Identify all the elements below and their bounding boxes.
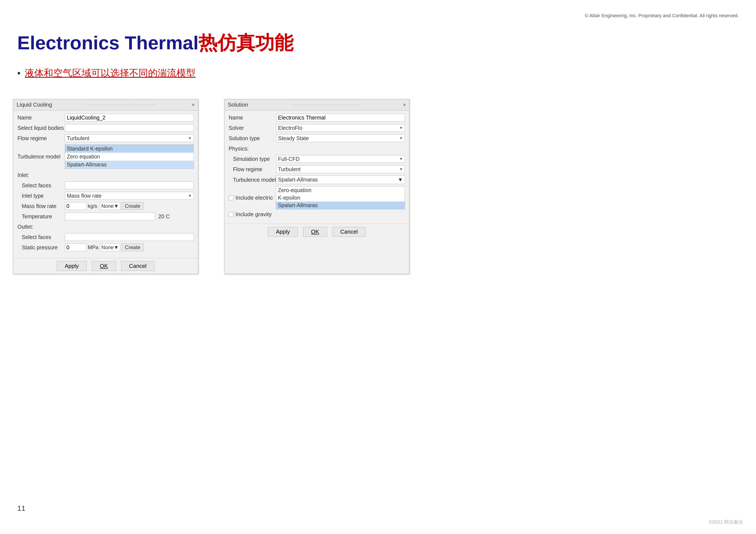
- liquid-cooling-titlebar: Liquid Cooling ·························…: [13, 99, 198, 111]
- turbulence-right-spalart[interactable]: Spalart-Allmaras: [276, 202, 405, 209]
- dialog-container: Liquid Cooling ·························…: [13, 99, 410, 274]
- solution-dots: ········································…: [248, 103, 403, 107]
- solution-ok-btn[interactable]: OK: [303, 227, 327, 237]
- turbulence-option-spalart[interactable]: Spalart-Allmaras: [65, 161, 194, 168]
- outlet-faces-container: [65, 233, 194, 241]
- liquid-cooling-dialog: Liquid Cooling ·························…: [13, 99, 198, 274]
- static-pressure-input[interactable]: [65, 243, 86, 251]
- solution-close[interactable]: ×: [403, 102, 406, 108]
- bottom-logo: ©2021 阿尔泰尔: [709, 519, 743, 525]
- title-chinese: 热仿真功能: [199, 32, 293, 53]
- mass-flow-label: Mass flow rate: [17, 203, 65, 209]
- sol-name-input[interactable]: [276, 114, 405, 121]
- simulation-type-dropdown[interactable]: Full-CFD ▼: [276, 155, 405, 163]
- liquid-cooling-close[interactable]: ×: [192, 102, 195, 108]
- static-pressure-create-btn[interactable]: Create: [122, 243, 144, 251]
- simulation-type-label: Simulation type: [229, 156, 276, 162]
- solver-select: ElectroFlo ▼: [276, 124, 405, 132]
- turbulence-select: Standard K-epsilon Zero equation Spalart…: [65, 144, 194, 169]
- outlet-label: Outlet:: [17, 224, 65, 230]
- include-gravity-checkbox[interactable]: [229, 212, 233, 217]
- sol-flow-regime-chevron: ▼: [399, 167, 403, 172]
- sol-name-row: Name: [229, 114, 405, 122]
- simulation-type-value: Full-CFD: [278, 156, 300, 162]
- inlet-type-dropdown[interactable]: Mass flow rate ▼: [65, 192, 194, 200]
- flow-regime-value: Turbulent: [67, 135, 90, 141]
- solver-value: ElectroFlo: [278, 125, 302, 131]
- sol-turbulence-current: Spalart-Allmaras: [278, 177, 318, 183]
- temperature-value: 20 C: [158, 214, 170, 219]
- select-bodies-value: [65, 124, 194, 132]
- outlet-label-row: Outlet:: [17, 223, 194, 231]
- liquid-cooling-apply-btn[interactable]: Apply: [57, 261, 87, 271]
- turbulence-dropdown-open[interactable]: Standard K-epsilon Zero equation Spalart…: [65, 144, 194, 169]
- physics-label-row: Physics:: [229, 144, 405, 153]
- bullet-section: • 液体和空气区域可以选择不同的湍流模型: [17, 67, 196, 79]
- solution-cancel-btn[interactable]: Cancel: [332, 227, 366, 237]
- solver-dropdown[interactable]: ElectroFlo ▼: [276, 124, 405, 132]
- sol-flow-regime-dropdown[interactable]: Turbulent ▼: [276, 165, 405, 173]
- name-input[interactable]: [65, 114, 194, 121]
- mass-flow-unit: kg/s: [88, 203, 98, 209]
- liquid-cooling-ok-btn[interactable]: OK: [92, 261, 116, 271]
- solution-dialog: Solution ·······························…: [224, 99, 410, 274]
- simulation-type-row: Simulation type Full-CFD ▼: [229, 155, 405, 163]
- temperature-input[interactable]: [65, 213, 155, 220]
- outlet-faces-label: Select faces: [17, 234, 65, 240]
- sol-name-value-container: [276, 114, 405, 121]
- mass-flow-none-value: None: [101, 203, 114, 209]
- inlet-type-select: Mass flow rate ▼: [65, 192, 194, 200]
- inlet-faces-input[interactable]: [65, 182, 194, 189]
- mass-flow-controls: kg/s None ▼ Create: [65, 202, 194, 210]
- liquid-cooling-title: Liquid Cooling: [16, 101, 52, 108]
- turbulence-option-standard[interactable]: Standard K-epsilon: [65, 145, 194, 153]
- inlet-faces-label: Select faces: [17, 182, 65, 189]
- static-pressure-unit: MPa: [88, 244, 98, 250]
- solution-type-value: Steady State: [278, 135, 309, 141]
- flow-regime-dropdown[interactable]: Turbulent ▼: [65, 134, 194, 142]
- inlet-faces-input-container: [65, 182, 194, 189]
- turbulence-right-kepsilon[interactable]: K-epsilon: [276, 194, 405, 202]
- static-pressure-label: Static pressure: [17, 244, 65, 251]
- copyright-text: © Altair Engineering, Inc. Proprietary a…: [585, 13, 739, 18]
- outlet-faces-input[interactable]: [65, 233, 194, 241]
- select-bodies-input[interactable]: [65, 124, 194, 132]
- select-bodies-row: Select liquid bodies: [17, 124, 194, 132]
- turbulence-right-zero[interactable]: Zero-equation: [276, 187, 405, 194]
- include-electric-checkbox[interactable]: [229, 195, 233, 200]
- select-bodies-label: Select liquid bodies: [17, 125, 65, 131]
- static-pressure-none-select[interactable]: None ▼: [100, 243, 120, 251]
- solution-body: Name Solver ElectroFlo ▼ Solution type: [224, 111, 409, 222]
- bullet-text: 液体和空气区域可以选择不同的湍流模型: [25, 67, 196, 79]
- solution-type-chevron: ▼: [399, 136, 403, 140]
- solution-type-label: Solution type: [229, 135, 276, 141]
- liquid-cooling-cancel-btn[interactable]: Cancel: [121, 261, 154, 271]
- temperature-row: Temperature 20 C: [17, 212, 194, 220]
- liquid-cooling-body: Name Select liquid bodies Flow regime Tu…: [13, 111, 198, 257]
- flow-regime-chevron: ▼: [188, 136, 192, 140]
- physics-label: Physics:: [229, 145, 276, 152]
- static-pressure-controls: MPa None ▼ Create: [65, 243, 194, 251]
- solution-title: Solution: [228, 101, 248, 108]
- mass-flow-create-btn[interactable]: Create: [122, 202, 144, 210]
- solution-type-dropdown[interactable]: Steady State ▼: [276, 134, 405, 142]
- turbulence-row: Turbulence model Standard K-epsilon Zero…: [17, 144, 194, 169]
- static-pressure-row: Static pressure MPa None ▼ Create: [17, 243, 194, 251]
- include-gravity-label: Include gravity: [235, 211, 272, 218]
- solution-apply-btn[interactable]: Apply: [268, 227, 298, 237]
- flow-regime-select[interactable]: Turbulent ▼: [65, 134, 194, 142]
- solution-type-select: Steady State ▼: [276, 134, 405, 142]
- turbulence-option-zero[interactable]: Zero equation: [65, 153, 194, 161]
- inlet-faces-row: Select faces: [17, 181, 194, 190]
- name-row: Name: [17, 114, 194, 122]
- simulation-type-select: Full-CFD ▼: [276, 155, 405, 163]
- sol-turbulence-header: Spalart-Allmaras ▼: [276, 176, 405, 184]
- flow-regime-label: Flow regime: [17, 135, 65, 141]
- mass-flow-input[interactable]: [65, 202, 86, 210]
- sol-turbulence-dropdown-open[interactable]: Spalart-Allmaras ▼: [276, 175, 405, 184]
- mass-flow-none-select[interactable]: None ▼: [100, 202, 120, 210]
- sol-turbulence-select: Spalart-Allmaras ▼: [276, 175, 405, 184]
- mass-flow-row: Mass flow rate kg/s None ▼ Create: [17, 202, 194, 210]
- simulation-type-chevron: ▼: [399, 157, 403, 161]
- include-electric-row: Include electric Zero-equation K-epsilon…: [229, 186, 405, 209]
